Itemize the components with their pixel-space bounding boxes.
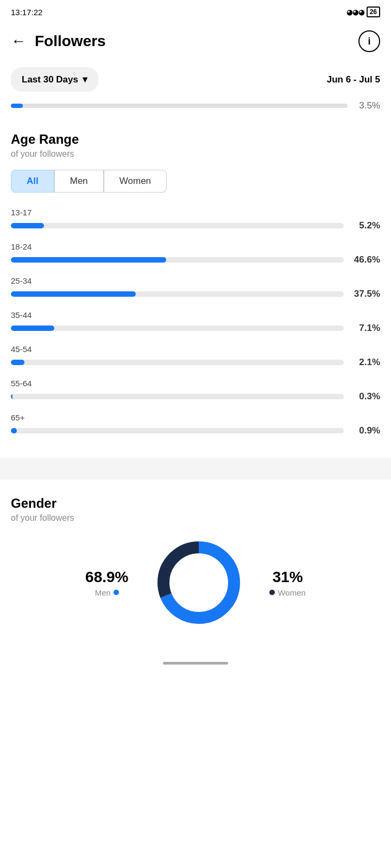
- men-percentage: 68.9%: [85, 569, 128, 586]
- bar-track-18-24: [11, 257, 344, 263]
- page-title: Followers: [35, 33, 358, 50]
- bar-fill-25-34: [11, 291, 136, 297]
- bar-fill-13-17: [11, 223, 44, 228]
- donut-svg: [150, 534, 248, 631]
- men-legend: 68.9% Men: [85, 569, 128, 597]
- age-label-13-17: 13-17: [11, 208, 380, 217]
- women-percentage: 31%: [269, 569, 305, 586]
- top-progress-label: 3.5%: [353, 100, 380, 111]
- date-filter-label: Last 30 Days: [22, 74, 78, 85]
- status-right-icons: ◕◕◕ 26: [346, 7, 380, 17]
- gender-title: Gender: [11, 496, 380, 511]
- age-bar-35-44: 35-44 7.1%: [11, 310, 380, 334]
- bar-track-13-17: [11, 223, 344, 228]
- bar-track-45-54: [11, 360, 344, 365]
- bar-fill-35-44: [11, 326, 54, 331]
- battery-indicator: 26: [367, 7, 380, 17]
- bar-pct-65plus: 0.9%: [350, 425, 380, 436]
- gender-toggle-group: All Men Women: [11, 170, 380, 193]
- tab-men[interactable]: Men: [54, 170, 104, 193]
- filter-bar: Last 30 Days ▾ Jun 6 - Jul 5: [0, 61, 391, 100]
- women-label: Women: [269, 588, 305, 597]
- top-progress-fill: [11, 104, 23, 108]
- bar-track-25-34: [11, 291, 344, 297]
- age-range-section: Age Range of your followers All Men Wome…: [0, 116, 391, 458]
- age-bar-45-54: 45-54 2.1%: [11, 344, 380, 368]
- dropdown-icon: ▾: [83, 74, 87, 85]
- signal-icon: ◕◕◕: [346, 8, 364, 16]
- top-progress-section: 3.5%: [0, 100, 391, 116]
- svg-point-3: [172, 556, 226, 610]
- age-range-subtitle: of your followers: [11, 149, 380, 159]
- bar-track-35-44: [11, 326, 344, 331]
- men-label: Men: [85, 588, 128, 597]
- info-icon: i: [368, 36, 370, 47]
- age-bar-55-64: 55-64 0.3%: [11, 379, 380, 402]
- info-button[interactable]: i: [358, 30, 380, 52]
- donut-chart-area: 68.9% Men: [11, 534, 380, 631]
- date-filter-button[interactable]: Last 30 Days ▾: [11, 67, 98, 92]
- age-bar-25-34: 25-34 37.5%: [11, 276, 380, 299]
- bottom-bar: [0, 653, 391, 675]
- tab-all[interactable]: All: [11, 170, 54, 193]
- women-dot: [269, 590, 275, 595]
- date-range-display: Jun 6 - Jul 5: [327, 74, 380, 85]
- home-indicator: [163, 662, 228, 665]
- age-bar-65plus: 65+ 0.9%: [11, 413, 380, 436]
- status-time: 13:17:22: [11, 8, 42, 17]
- donut-chart: [150, 534, 248, 631]
- gender-section: Gender of your followers 68.9% Men: [0, 480, 391, 653]
- bar-pct-55-64: 0.3%: [350, 391, 380, 402]
- bar-pct-18-24: 46.6%: [350, 254, 380, 265]
- bar-pct-45-54: 2.1%: [350, 357, 380, 368]
- age-label-55-64: 55-64: [11, 379, 380, 388]
- back-button[interactable]: ←: [11, 34, 26, 49]
- status-bar: 13:17:22 ◕◕◕ 26: [0, 0, 391, 22]
- age-bar-13-17: 13-17 5.2%: [11, 208, 380, 231]
- age-label-65plus: 65+: [11, 413, 380, 422]
- bar-fill-18-24: [11, 257, 166, 263]
- top-progress-track: [11, 104, 348, 108]
- men-dot: [113, 590, 119, 595]
- bar-pct-35-44: 7.1%: [350, 323, 380, 334]
- gender-subtitle: of your followers: [11, 513, 380, 523]
- header: ← Followers i: [0, 22, 391, 61]
- bar-fill-65plus: [11, 428, 17, 433]
- bar-track-65plus: [11, 428, 344, 433]
- age-label-35-44: 35-44: [11, 310, 380, 320]
- bar-track-55-64: [11, 394, 344, 399]
- age-label-25-34: 25-34: [11, 276, 380, 285]
- age-label-18-24: 18-24: [11, 242, 380, 251]
- age-label-45-54: 45-54: [11, 344, 380, 354]
- section-spacer: [0, 458, 391, 480]
- bar-fill-55-64: [11, 394, 12, 399]
- tab-women[interactable]: Women: [104, 170, 167, 193]
- age-range-title: Age Range: [11, 132, 380, 147]
- bar-pct-13-17: 5.2%: [350, 220, 380, 231]
- bar-pct-25-34: 37.5%: [350, 289, 380, 299]
- women-legend: 31% Women: [269, 569, 305, 597]
- bar-fill-45-54: [11, 360, 24, 365]
- age-bar-18-24: 18-24 46.6%: [11, 242, 380, 265]
